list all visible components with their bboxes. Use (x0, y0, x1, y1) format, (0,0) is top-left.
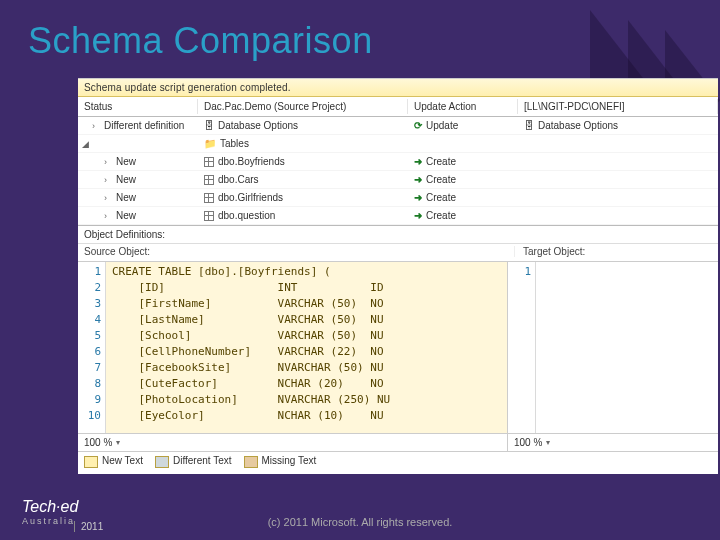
col-header-target[interactable]: [LL\NGIT-PDC\ONEFI] (518, 99, 718, 114)
row-status: New (116, 210, 136, 221)
chevron-right-icon[interactable]: › (104, 211, 112, 221)
line-gutter: 12345678910 (78, 262, 106, 433)
col-header-source[interactable]: Dac.Pac.Demo (Source Project) (198, 99, 408, 114)
row-source: dbo.Girlfriends (218, 192, 283, 203)
swatch-icon (84, 456, 98, 468)
table-row[interactable]: ›New dbo.Cars ➜Create (78, 171, 718, 189)
source-code: CREATE TABLE [dbo].[Boyfriends] ( [ID] I… (106, 262, 507, 433)
row-status: New (116, 156, 136, 167)
row-action: Update (426, 120, 458, 131)
chevron-down-icon[interactable]: ▾ (116, 438, 120, 447)
table-icon (204, 175, 214, 185)
object-definitions-label: Object Definitions: (78, 225, 718, 244)
row-target: Database Options (538, 120, 618, 131)
row-status: New (116, 174, 136, 185)
target-code-pane[interactable]: 1 (508, 262, 718, 433)
legend-diff: Different Text (155, 455, 232, 467)
database-icon (204, 120, 214, 131)
table-row[interactable]: ›Different definition Database Options ⟳… (78, 117, 718, 135)
grid-header: Status Dac.Pac.Demo (Source Project) Upd… (78, 97, 718, 117)
slide-footer: Tech·ed Australia 2011 (c) 2011 Microsof… (0, 480, 720, 540)
table-row[interactable]: ◢ Tables (78, 135, 718, 153)
col-header-action[interactable]: Update Action (408, 99, 518, 114)
source-object-label: Source Object: (84, 246, 514, 257)
chevron-down-icon[interactable]: ▾ (546, 438, 550, 447)
table-icon (204, 211, 214, 221)
source-code-pane[interactable]: 12345678910 CREATE TABLE [dbo].[Boyfrien… (78, 262, 508, 433)
target-object-label: Target Object: (514, 246, 712, 257)
code-area: 12345678910 CREATE TABLE [dbo].[Boyfrien… (78, 261, 718, 433)
table-icon (204, 193, 214, 203)
line-gutter: 1 (508, 262, 536, 433)
row-action: Create (426, 156, 456, 167)
target-code (536, 262, 718, 433)
row-source: Tables (220, 138, 249, 149)
chevron-right-icon[interactable]: › (104, 157, 112, 167)
row-source: Database Options (218, 120, 298, 131)
status-message: Schema update script generation complete… (78, 79, 718, 97)
swatch-icon (155, 456, 169, 468)
row-status: Different definition (104, 120, 184, 131)
chevron-right-icon[interactable]: › (104, 175, 112, 185)
row-action: Create (426, 210, 456, 221)
copyright: (c) 2011 Microsoft. All rights reserved. (0, 516, 720, 528)
col-header-status[interactable]: Status (78, 99, 198, 114)
chevron-right-icon[interactable]: › (92, 121, 100, 131)
swatch-icon (244, 456, 258, 468)
legend-miss: Missing Text (244, 455, 317, 467)
zoom-bar: 100 % ▾ 100 % ▾ (78, 433, 718, 451)
row-source: dbo.Cars (218, 174, 259, 185)
refresh-icon: ⟳ (414, 120, 422, 131)
row-action: Create (426, 192, 456, 203)
row-status: New (116, 192, 136, 203)
zoom-right[interactable]: 100 % (514, 437, 542, 448)
table-row[interactable]: ›New dbo.Boyfriends ➜Create (78, 153, 718, 171)
table-icon (204, 157, 214, 167)
row-source: dbo.Boyfriends (218, 156, 285, 167)
row-source: dbo.question (218, 210, 275, 221)
table-row[interactable]: ›New dbo.Girlfriends ➜Create (78, 189, 718, 207)
arrow-right-icon: ➜ (414, 210, 422, 221)
table-row[interactable]: ›New dbo.question ➜Create (78, 207, 718, 225)
legend-new: New Text (84, 455, 143, 467)
zoom-left[interactable]: 100 % (84, 437, 112, 448)
row-action: Create (426, 174, 456, 185)
database-icon (524, 120, 534, 131)
arrow-right-icon: ➜ (414, 192, 422, 203)
grid-rows: ›Different definition Database Options ⟳… (78, 117, 718, 225)
arrow-right-icon: ➜ (414, 156, 422, 167)
object-labels: Source Object: Target Object: (78, 244, 718, 261)
arrow-right-icon: ➜ (414, 174, 422, 185)
slide-title: Schema Comparison (28, 20, 373, 62)
schema-compare-panel: Schema update script generation complete… (78, 78, 718, 474)
legend: New Text Different Text Missing Text (78, 451, 718, 471)
folder-icon (204, 138, 216, 149)
chevron-down-icon[interactable]: ◢ (82, 139, 90, 149)
chevron-right-icon[interactable]: › (104, 193, 112, 203)
